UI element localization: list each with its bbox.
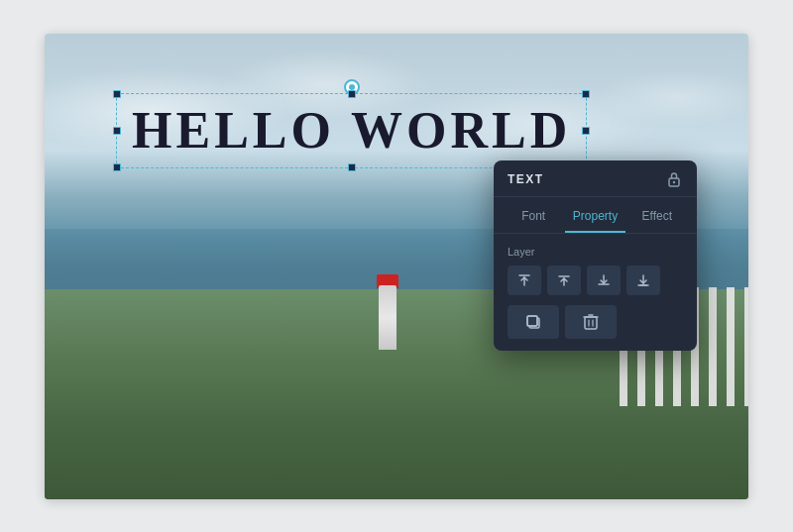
move-to-top-button[interactable] [508, 266, 541, 295]
layer-controls [508, 266, 683, 295]
rotation-handle-inner [349, 84, 355, 90]
panel-tabs: Font Property Effect [494, 197, 697, 234]
svg-point-1 [673, 180, 675, 182]
tab-font[interactable]: Font [504, 203, 563, 233]
canvas-area: HELLO WORLD TEXT Font Property Effect La… [45, 34, 748, 499]
duplicate-button[interactable] [508, 305, 559, 339]
hello-world-text[interactable]: HELLO WORLD [124, 101, 579, 160]
svg-rect-8 [527, 316, 537, 326]
tab-effect[interactable]: Effect [627, 203, 687, 233]
rotation-handle[interactable] [344, 79, 360, 95]
lock-icon[interactable] [665, 170, 683, 188]
delete-button[interactable] [565, 305, 617, 339]
panel-content: Layer [494, 234, 697, 351]
tab-property[interactable]: Property [565, 203, 624, 233]
panel-header: TEXT [494, 160, 697, 197]
move-to-bottom-button[interactable] [626, 266, 660, 295]
panel-title: TEXT [508, 172, 544, 186]
lighthouse-tower [379, 285, 396, 350]
text-element-wrapper[interactable]: HELLO WORLD [124, 101, 579, 160]
text-panel: TEXT Font Property Effect Layer [494, 160, 697, 351]
move-down-button[interactable] [587, 266, 621, 295]
svg-rect-10 [585, 317, 597, 329]
layer-actions [508, 305, 683, 339]
layer-section-label: Layer [508, 246, 683, 258]
lighthouse [377, 270, 398, 350]
move-up-button[interactable] [547, 266, 581, 295]
